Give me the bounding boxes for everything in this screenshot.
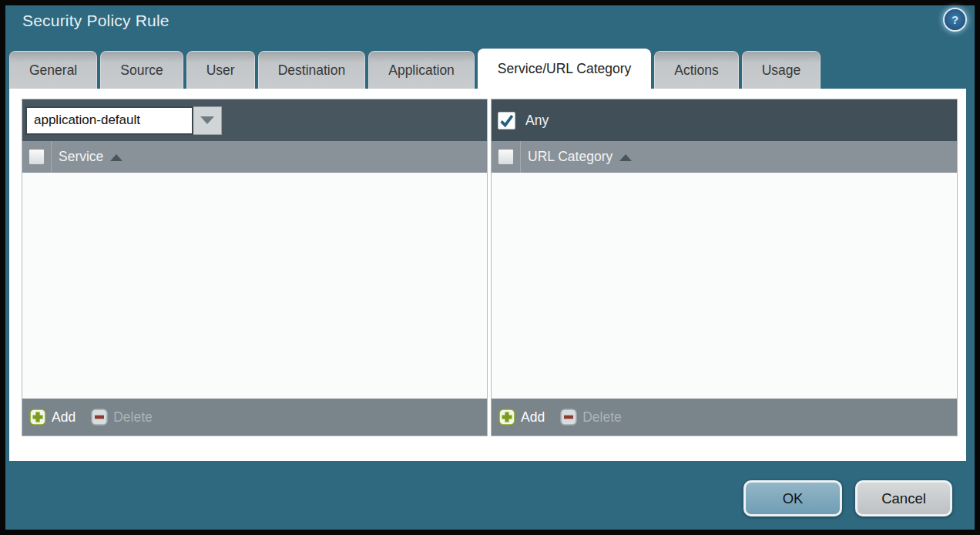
url-category-panel: Any URL Category Add (491, 99, 958, 436)
checkbox-cell (22, 141, 52, 173)
select-all-services-checkbox[interactable] (29, 149, 45, 165)
url-category-panel-toolbar: Any (492, 99, 957, 141)
service-panel: Service Add Dele (22, 99, 488, 436)
add-label: Add (52, 409, 76, 426)
tab-general[interactable]: General (9, 51, 97, 89)
any-label: Any (525, 113, 549, 129)
url-category-grid-footer: Add Delete (492, 399, 957, 436)
service-grid-footer: Add Delete (22, 399, 487, 436)
tab-source[interactable]: Source (100, 51, 183, 89)
tab-label: Actions (674, 62, 718, 79)
tab-label: Source (120, 62, 163, 79)
checkbox-cell (492, 141, 521, 173)
service-type-dropdown[interactable] (25, 106, 222, 135)
chevron-down-icon (200, 116, 214, 124)
service-panel-toolbar (22, 99, 487, 141)
sort-ascending-icon (619, 154, 632, 161)
security-policy-rule-dialog: Security Policy Rule ? General Source Us… (0, 0, 980, 535)
tab-content: Service Add Dele (9, 89, 966, 461)
service-column-label: Service (59, 149, 103, 165)
service-type-input[interactable] (25, 106, 193, 135)
tab-label: Application (388, 62, 455, 79)
tab-user[interactable]: User (186, 51, 255, 89)
url-category-list (492, 173, 957, 399)
delete-service-button[interactable]: Delete (91, 409, 153, 426)
tab-label: Usage (762, 62, 801, 79)
url-category-column-header[interactable]: URL Category (521, 149, 632, 165)
tab-label: General (29, 62, 77, 79)
tab-application[interactable]: Application (368, 51, 475, 89)
dropdown-arrow-button[interactable] (193, 106, 222, 135)
cancel-button[interactable]: Cancel (855, 480, 952, 516)
tab-actions[interactable]: Actions (654, 51, 738, 89)
sort-ascending-icon (110, 154, 123, 161)
tab-usage[interactable]: Usage (742, 51, 821, 89)
add-label: Add (521, 409, 545, 426)
help-icon-glyph: ? (951, 14, 958, 25)
url-category-grid-header: URL Category (492, 141, 957, 173)
tab-destination[interactable]: Destination (258, 51, 366, 89)
dialog-title: Security Policy Rule (22, 12, 169, 30)
minus-icon (91, 409, 108, 426)
delete-label: Delete (582, 409, 622, 426)
minus-icon (560, 409, 577, 426)
service-list (22, 173, 487, 399)
tab-bar: General Source User Destination Applicat… (9, 49, 821, 89)
ok-button[interactable]: OK (743, 480, 842, 516)
delete-label: Delete (113, 409, 153, 426)
select-all-url-categories-checkbox[interactable] (498, 149, 514, 165)
service-column-header[interactable]: Service (52, 149, 123, 165)
url-category-column-label: URL Category (528, 149, 612, 165)
tab-label: User (206, 62, 235, 79)
plus-icon (498, 409, 515, 426)
plus-icon (29, 409, 46, 426)
tab-label: Destination (278, 62, 346, 79)
service-grid-header: Service (22, 141, 487, 173)
help-icon[interactable]: ? (945, 9, 965, 30)
delete-url-category-button[interactable]: Delete (560, 409, 622, 426)
tab-label: Service/URL Category (498, 61, 631, 77)
add-service-button[interactable]: Add (29, 409, 76, 426)
checkmark-icon (498, 112, 515, 130)
any-checkbox[interactable] (498, 112, 515, 130)
add-url-category-button[interactable]: Add (498, 409, 545, 426)
tab-service-url-category[interactable]: Service/URL Category (478, 49, 651, 89)
